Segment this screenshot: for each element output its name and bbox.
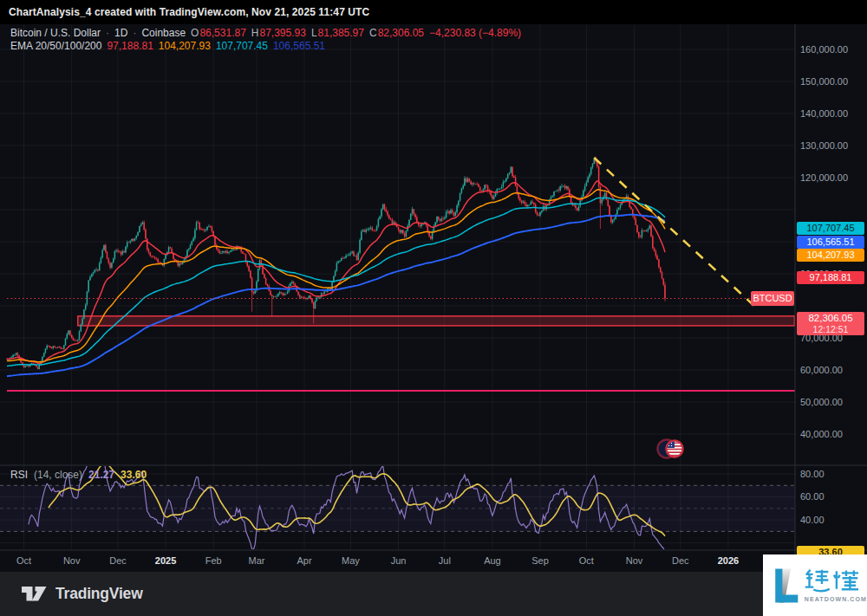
ema200-value: 106,565.51 — [273, 40, 325, 52]
rsi-tick: 40.00 — [800, 515, 825, 525]
time-tick: Oct — [16, 555, 31, 566]
price-tick: 150,000.00 — [800, 76, 848, 87]
ema20-value: 97,188.81 — [107, 40, 153, 52]
ema-label: EMA 20/50/100/200 — [10, 40, 101, 52]
symbol-exchange: Coinbase — [141, 27, 186, 39]
watermark-l-logo — [773, 561, 799, 610]
time-tick: 2026 — [718, 555, 739, 566]
symbol-timeframe: 1D — [114, 27, 127, 39]
time-tick: Aug — [484, 555, 501, 566]
bar-countdown: 12:12:51 — [797, 324, 864, 334]
ohlc-high: H87,395.93 — [251, 27, 306, 39]
price-tick: 50,000.00 — [800, 397, 843, 407]
tradingview-snapshot: ChartAnalysis_4 created with TradingView… — [0, 0, 867, 616]
rsi-current-value: 21.27 — [88, 469, 114, 481]
watermark-cn-glyphs — [805, 568, 858, 594]
rsi-ma-value: 33.60 — [121, 469, 147, 481]
support-zone-drawing — [78, 316, 795, 326]
rsi-tick: 60.00 — [800, 491, 825, 502]
time-scale[interactable]: OctNovDec2025FebMarAprMayJunJulAugSepOct… — [0, 550, 795, 572]
footer-bar: TradingView — [0, 572, 867, 616]
ema-indicator-legend[interactable]: EMA 20/50/100/200 97,188.81 104,207.93 1… — [10, 40, 325, 52]
time-tick: Mar — [248, 555, 264, 566]
tradingview-logo[interactable]: TradingView — [21, 585, 143, 603]
price-tick: 120,000.00 — [800, 172, 848, 183]
time-tick: Apr — [297, 555, 312, 566]
downtrend-line-drawing — [594, 158, 759, 310]
ohlc-low: L81,385.97 — [311, 27, 364, 39]
ohlc-close: C82,306.05 — [369, 27, 424, 39]
time-tick: Jul — [439, 555, 451, 566]
symbol-price-label: BTCUSD — [751, 291, 794, 306]
snapshot-title-bar: ChartAnalysis_4 created with TradingView… — [0, 0, 867, 24]
legend-separator: · — [106, 27, 109, 39]
price-scale[interactable]: 107,707.45 106,565.51 104,207.93 97,188.… — [795, 24, 867, 550]
time-tick: 2025 — [155, 555, 176, 566]
time-tick: Nov — [63, 555, 81, 566]
change-value: −4,230.83 (−4.89%) — [429, 27, 521, 39]
symbol-name: Bitcoin / U.S. Dollar — [10, 27, 101, 39]
price-tick: 60,000.00 — [800, 365, 843, 375]
rsi-tick: 80.00 — [800, 469, 825, 479]
ema100-price-badge: 107,707.45 — [797, 222, 864, 235]
ema100-value: 107,707.45 — [216, 40, 268, 52]
tradingview-wordmark: TradingView — [55, 585, 143, 603]
time-tick: Nov — [626, 555, 643, 566]
ema50-value: 104,207.93 — [159, 40, 211, 52]
rsi-indicator-legend[interactable]: RSI (14, close) 21.27 33.60 — [10, 469, 147, 481]
legend-separator: · — [133, 27, 136, 39]
main-chart-pane[interactable] — [0, 0, 867, 572]
ema50-line — [7, 190, 665, 362]
us-flag-event-icon[interactable] — [654, 436, 690, 462]
snapshot-title: ChartAnalysis_4 created with TradingView… — [9, 6, 369, 18]
time-tick: Dec — [672, 555, 689, 566]
time-tick: May — [342, 555, 360, 566]
price-tick: 40,000.00 — [800, 429, 843, 439]
time-tick: Sep — [531, 555, 549, 566]
site-watermark[interactable]: NEATDOWN.COM — [763, 554, 867, 616]
rsi-params: (14, close) — [34, 469, 82, 481]
time-tick: Dec — [109, 555, 127, 566]
ema200-line — [7, 215, 665, 376]
last-price-badge: 82,306.05 12:12:51 — [797, 312, 864, 335]
price-tick: 130,000.00 — [800, 140, 848, 151]
ema50-price-badge: 104,207.93 — [797, 249, 864, 262]
price-tick: 160,000.00 — [800, 44, 848, 55]
time-tick: Jun — [391, 555, 407, 566]
ema20-price-badge: 97,188.81 — [797, 271, 864, 284]
symbol-legend[interactable]: Bitcoin / U.S. Dollar · 1D · Coinbase O8… — [10, 27, 521, 39]
time-tick: Oct — [579, 555, 594, 566]
ema20-line — [7, 181, 665, 363]
last-price-value: 82,306.05 — [797, 312, 864, 324]
tradingview-logo-icon — [21, 586, 48, 602]
candle-bodies-up — [9, 159, 650, 369]
rsi-name: RSI — [10, 469, 28, 481]
watermark-domain: NEATDOWN.COM — [805, 596, 867, 602]
ema200-price-badge: 106,565.51 — [797, 236, 864, 249]
candle-bodies-down — [7, 159, 665, 369]
time-tick: Feb — [205, 555, 222, 566]
ohlc-open: O86,531.87 — [191, 27, 246, 39]
price-tick: 140,000.00 — [800, 108, 848, 119]
